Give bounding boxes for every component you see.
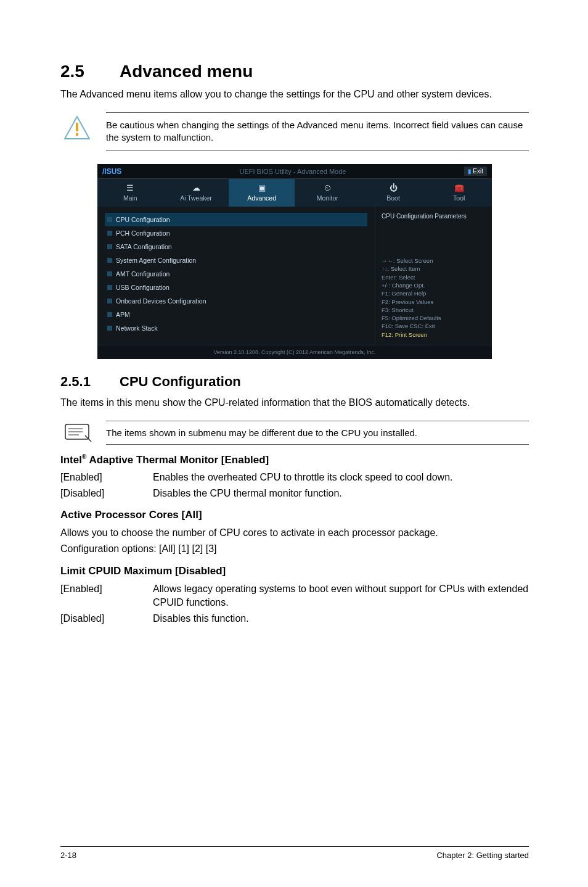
bios-menu-item[interactable]: Network Stack: [105, 321, 367, 335]
section-heading: 2.5Advanced menu: [60, 62, 529, 81]
option-row: [Disabled] Disables the CPU thermal moni…: [60, 487, 529, 500]
bullet-icon: [107, 299, 112, 303]
caution-callout: Be cautious when changing the settings o…: [60, 112, 529, 151]
bullet-icon: [107, 258, 112, 263]
bios-key-hints: →←: Select Screen ↑↓: Select Item Enter:…: [382, 257, 486, 339]
bios-help-pane: CPU Configuration Parameters →←: Select …: [375, 207, 492, 345]
option-heading-cores: Active Processor Cores [All]: [60, 509, 529, 521]
page-number: 2-18: [60, 851, 76, 860]
option-val: Disables the CPU thermal monitor functio…: [153, 487, 529, 500]
bios-tab-bar: ☰Main ☁Ai Tweaker ▣Advanced ⏲Monitor ⏻Bo…: [97, 179, 492, 207]
svg-rect-1: [76, 123, 78, 131]
option-paragraph: Allows you to choose the number of CPU c…: [60, 526, 529, 540]
bullet-icon: [107, 326, 112, 331]
chip-icon: ▣: [231, 184, 292, 192]
option-val: Enables the overheated CPU to throttle i…: [153, 471, 529, 484]
option-key: [Disabled]: [60, 612, 153, 625]
bios-menu-item[interactable]: Onboard Devices Configuration: [105, 294, 367, 308]
bios-hint-line: F3: Shortcut: [382, 306, 486, 314]
bullet-icon: [107, 231, 112, 236]
bios-menu-item[interactable]: SATA Configuration: [105, 240, 367, 254]
option-row: [Disabled] Disables this function.: [60, 612, 529, 625]
option-row: [Enabled] Enables the overheated CPU to …: [60, 471, 529, 484]
cloud-icon: ☁: [166, 184, 227, 192]
bullet-icon: [107, 244, 112, 249]
bios-hint-line: F10: Save ESC: Exit: [382, 322, 486, 330]
bullet-icon: [107, 271, 112, 276]
list-icon: ☰: [100, 184, 161, 192]
option-paragraph: Configuration options: [All] [1] [2] [3]: [60, 542, 529, 556]
bios-tab-tool[interactable]: 🧰Tool: [426, 179, 492, 207]
bios-menu-item[interactable]: USB Configuration: [105, 281, 367, 294]
subsection-intro: The items in this menu show the CPU-rela…: [60, 396, 529, 410]
bios-tab-boot[interactable]: ⏻Boot: [361, 179, 427, 207]
option-heading-cpuid: Limit CPUID Maximum [Disabled]: [60, 565, 529, 577]
svg-rect-2: [76, 133, 78, 136]
bios-menu-item[interactable]: System Agent Configuration: [105, 254, 367, 267]
option-heading-thermal: Intel® Adaptive Thermal Monitor [Enabled…: [60, 453, 529, 466]
bullet-icon: [107, 312, 112, 317]
bios-tab-aitweaker[interactable]: ☁Ai Tweaker: [163, 179, 229, 207]
bios-hint-line: Enter: Select: [382, 273, 486, 281]
note-text: The items shown in submenu may be differ…: [106, 421, 529, 445]
section-title-text: Advanced menu: [120, 62, 253, 81]
note-callout: The items shown in submenu may be differ…: [60, 421, 529, 445]
option-val: Disables this function.: [153, 612, 529, 625]
bios-hint-line: ↑↓: Select Item: [382, 265, 486, 273]
option-val: Allows legacy operating systems to boot …: [153, 582, 529, 610]
bios-logo: /ISUS: [102, 167, 121, 176]
bullet-icon: [107, 217, 112, 222]
bios-menu-list: CPU Configuration PCH Configuration SATA…: [97, 207, 375, 345]
note-icon: [60, 422, 94, 443]
bios-tab-advanced[interactable]: ▣Advanced: [229, 179, 295, 207]
tool-icon: 🧰: [428, 184, 489, 192]
subsection-heading: 2.5.1CPU Configuration: [60, 374, 529, 390]
bullet-icon: [107, 285, 112, 290]
caution-text: Be cautious when changing the settings o…: [106, 112, 529, 151]
bios-hint-line: F2: Previous Values: [382, 298, 486, 306]
option-key: [Enabled]: [60, 582, 153, 610]
bios-hint-line: F5: Optimized Defaults: [382, 314, 486, 322]
bios-hint-line: +/-: Change Opt.: [382, 281, 486, 289]
bios-menu-item[interactable]: CPU Configuration: [105, 213, 367, 226]
subsection-title-text: CPU Configuration: [120, 374, 241, 389]
section-intro: The Advanced menu items allow you to cha…: [60, 88, 529, 101]
bios-hint-line: →←: Select Screen: [382, 257, 486, 265]
bios-menu-item[interactable]: APM: [105, 308, 367, 321]
caution-icon: [60, 112, 94, 143]
bios-window-title: UEFI BIOS Utility - Advanced Mode: [239, 168, 346, 175]
bios-footer: Version 2.10.1208. Copyright (C) 2012 Am…: [97, 345, 492, 359]
bios-exit-button[interactable]: ▮ Exit: [464, 167, 487, 176]
bios-menu-item[interactable]: AMT Configuration: [105, 267, 367, 281]
page-footer: 2-18 Chapter 2: Getting started: [60, 846, 529, 860]
bios-hint-line: F1: General Help: [382, 289, 486, 297]
section-number: 2.5: [60, 62, 120, 81]
bios-tab-monitor[interactable]: ⏲Monitor: [295, 179, 361, 207]
power-icon: ⏻: [363, 184, 424, 192]
bios-help-title: CPU Configuration Parameters: [382, 213, 486, 220]
bios-menu-item[interactable]: PCH Configuration: [105, 226, 367, 240]
bios-hint-line: F12: Print Screen: [382, 331, 486, 339]
option-row: [Enabled] Allows legacy operating system…: [60, 582, 529, 610]
bios-screenshot: /ISUS UEFI BIOS Utility - Advanced Mode …: [97, 164, 492, 359]
chapter-label: Chapter 2: Getting started: [436, 851, 529, 860]
option-key: [Disabled]: [60, 487, 153, 500]
option-key: [Enabled]: [60, 471, 153, 484]
monitor-icon: ⏲: [297, 184, 358, 192]
subsection-number: 2.5.1: [60, 374, 120, 390]
bios-tab-main[interactable]: ☰Main: [97, 179, 163, 207]
